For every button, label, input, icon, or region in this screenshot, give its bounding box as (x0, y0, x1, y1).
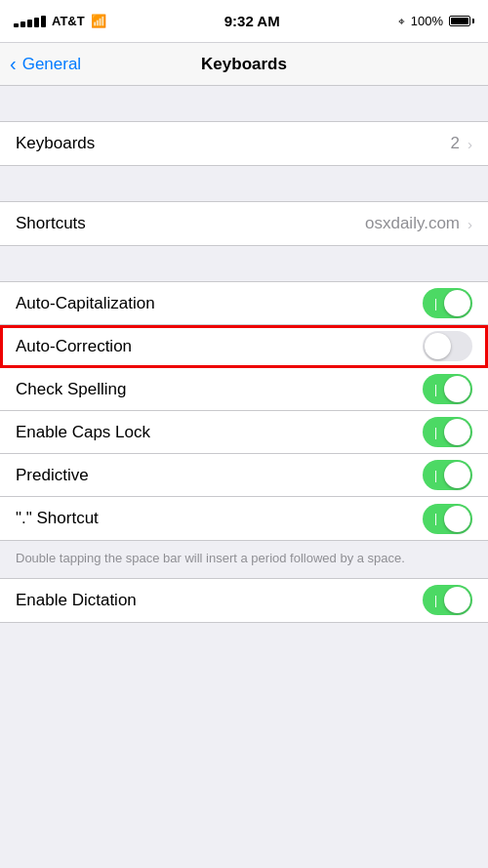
status-left: AT&T 📶 (14, 14, 106, 28)
check-spelling-label: Check Spelling (16, 380, 126, 399)
shortcuts-row[interactable]: Shortcuts osxdaily.com › (0, 202, 488, 245)
shortcuts-value: osxdaily.com (365, 214, 460, 233)
auto-capitalization-toggle[interactable] (423, 288, 472, 318)
wifi-icon: 📶 (91, 14, 106, 28)
enable-dictation-toggle[interactable] (423, 585, 472, 615)
status-time: 9:32 AM (224, 13, 280, 29)
enable-caps-lock-row: Enable Caps Lock (0, 411, 488, 454)
dictation-group: Enable Dictation (0, 578, 488, 623)
toggle-knob (444, 376, 470, 402)
check-spelling-row: Check Spelling (0, 368, 488, 411)
toggles-group: Auto-Capitalization Auto-Correction Chec… (0, 281, 488, 541)
predictive-label: Predictive (16, 466, 89, 485)
carrier-label: AT&T (52, 14, 85, 28)
enable-dictation-label: Enable Dictation (16, 591, 137, 610)
keyboards-right: 2 › (451, 134, 472, 153)
keyboards-row[interactable]: Keyboards 2 › (0, 122, 488, 165)
keyboards-chevron-icon: › (468, 136, 472, 152)
predictive-row: Predictive (0, 454, 488, 497)
back-chevron-icon: ‹ (10, 53, 17, 75)
toggle-knob (425, 333, 451, 359)
toggle-knob (444, 419, 470, 445)
period-shortcut-label: "." Shortcut (16, 509, 99, 528)
period-shortcut-toggle[interactable] (423, 504, 472, 534)
auto-capitalization-row: Auto-Capitalization (0, 282, 488, 325)
auto-correction-label: Auto-Correction (16, 337, 132, 356)
shortcuts-right: osxdaily.com › (365, 214, 472, 233)
check-spelling-toggle[interactable] (423, 374, 472, 404)
auto-correction-row: Auto-Correction (0, 325, 488, 368)
auto-correction-toggle[interactable] (423, 331, 472, 361)
shortcuts-group: Shortcuts osxdaily.com › (0, 201, 488, 246)
toggle-knob (444, 462, 470, 488)
toggle-knob (444, 290, 470, 316)
status-bar: AT&T 📶 9:32 AM ⌖ 100% (0, 0, 488, 43)
signal-icon (14, 16, 46, 27)
section-spacer-3 (0, 246, 488, 281)
nav-bar: ‹ General Keyboards (0, 43, 488, 86)
enable-dictation-row: Enable Dictation (0, 579, 488, 622)
section-spacer-2 (0, 166, 488, 201)
period-shortcut-row: "." Shortcut (0, 497, 488, 540)
toggle-knob (444, 587, 470, 613)
back-button[interactable]: ‹ General (10, 53, 81, 75)
enable-caps-lock-toggle[interactable] (423, 417, 472, 447)
page-title: Keyboards (201, 55, 287, 74)
location-icon: ⌖ (398, 15, 405, 28)
enable-caps-lock-label: Enable Caps Lock (16, 423, 150, 442)
footer-note: Double tapping the space bar will insert… (0, 541, 488, 578)
shortcuts-chevron-icon: › (468, 216, 472, 232)
battery-label: 100% (411, 14, 443, 28)
shortcuts-label: Shortcuts (16, 214, 86, 233)
keyboards-label: Keyboards (16, 134, 95, 153)
section-spacer-1 (0, 86, 488, 121)
toggle-knob (444, 506, 470, 532)
battery-icon (449, 16, 474, 26)
auto-capitalization-label: Auto-Capitalization (16, 294, 155, 313)
predictive-toggle[interactable] (423, 460, 472, 490)
keyboards-count: 2 (451, 134, 460, 153)
back-label: General (22, 55, 81, 74)
status-right: ⌖ 100% (398, 14, 474, 28)
keyboards-group: Keyboards 2 › (0, 121, 488, 166)
